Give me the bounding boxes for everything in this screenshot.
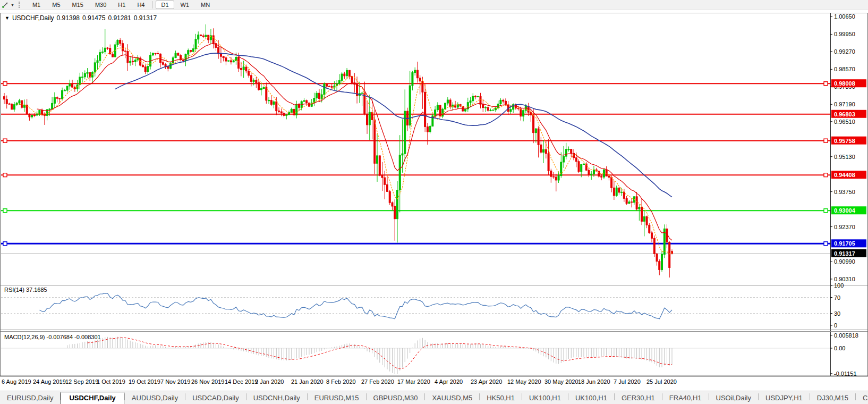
svg-text:18 Jun 2020: 18 Jun 2020: [578, 378, 610, 385]
svg-text:0: 0: [834, 322, 837, 329]
svg-text:21 Jan 2020: 21 Jan 2020: [291, 378, 324, 385]
line-handle[interactable]: [824, 209, 828, 213]
svg-text:0.90990: 0.90990: [834, 258, 855, 265]
svg-text:30: 30: [834, 310, 840, 317]
svg-text:0.98570: 0.98570: [834, 66, 855, 72]
svg-text:0.94408: 0.94408: [834, 172, 855, 178]
tab-uk100-h1[interactable]: UK100,H1: [568, 392, 614, 404]
svg-text:0.95758: 0.95758: [834, 138, 855, 144]
svg-text:0.96510: 0.96510: [834, 119, 855, 125]
panel-borders: [0, 13, 868, 376]
svg-text:100: 100: [834, 282, 844, 289]
svg-text:1.00650: 1.00650: [834, 13, 855, 20]
svg-text:14 Dec 2019: 14 Dec 2019: [225, 378, 258, 385]
svg-text:0.99950: 0.99950: [834, 31, 855, 37]
level-lines[interactable]: [1, 82, 830, 246]
tab-fra40-h1[interactable]: FRA40,H1: [662, 392, 709, 404]
svg-text:0.98008: 0.98008: [834, 80, 855, 87]
chart-tab-bar: EURUSD,DailyUSDCHF,DailyAUDUSD,DailyUSDC…: [0, 391, 868, 404]
mt4-window: ▼ M1M5M15M30H1H4D1W1MN 1.006500.999500.9…: [0, 0, 868, 404]
line-handle[interactable]: [3, 139, 7, 142]
line-handle[interactable]: [824, 139, 828, 142]
line-handle[interactable]: [824, 242, 828, 246]
rsi-panel: [1, 293, 830, 319]
svg-text:0.005818: 0.005818: [834, 332, 858, 339]
svg-text:0.93750: 0.93750: [834, 189, 855, 195]
ohlc-low: 0.91281: [108, 14, 131, 22]
svg-text:0.91317: 0.91317: [834, 250, 855, 257]
chart-tabs: EURUSD,DailyUSDCHF,DailyAUDUSD,DailyUSDC…: [0, 392, 868, 404]
svg-text:19 Oct 2019: 19 Oct 2019: [129, 378, 160, 385]
line-handle[interactable]: [3, 82, 7, 86]
ohlc-open: 0.91398: [57, 14, 80, 22]
macd-indicator-label: MACD(12,26,9) -0.007684 -0.008301: [4, 334, 101, 340]
rsi-axis: 10070300: [830, 282, 844, 329]
tab-eurusd-daily[interactable]: EURUSD,Daily: [0, 392, 60, 404]
macd-axis: 0.0058180.00-0.01151: [830, 332, 858, 377]
tab-china300-h4[interactable]: CHINA300,H4: [856, 392, 868, 404]
svg-text:0.90310: 0.90310: [834, 276, 855, 282]
svg-text:26 Nov 2019: 26 Nov 2019: [191, 378, 224, 385]
svg-text:-0.01151: -0.01151: [834, 371, 857, 377]
line-handle[interactable]: [824, 82, 828, 86]
ohlc-high: 0.91475: [82, 14, 105, 22]
chart-title: ▼ USDCHF,Daily 0.91398 0.91475 0.91281 0…: [5, 14, 157, 22]
svg-text:0.95130: 0.95130: [834, 154, 855, 160]
svg-text:23 Apr 2020: 23 Apr 2020: [471, 378, 502, 385]
tab-usoil-daily[interactable]: USOil,Daily: [709, 392, 758, 404]
tab-dj30-m15[interactable]: DJ30,M15: [810, 392, 855, 404]
date-axis: 6 Aug 201924 Aug 201912 Sep 20191 Oct 20…: [2, 378, 677, 385]
tab-usdchf-daily[interactable]: USDCHF,Daily: [61, 392, 124, 404]
svg-text:0.96803: 0.96803: [834, 111, 855, 117]
svg-text:0.91705: 0.91705: [834, 240, 855, 247]
tab-usdcad-daily[interactable]: USDCAD,Daily: [185, 392, 245, 404]
svg-text:2 Jan 2020: 2 Jan 2020: [255, 378, 284, 385]
tab-eurusd-m15[interactable]: EURUSD,M15: [308, 392, 366, 404]
svg-text:24 Aug 2019: 24 Aug 2019: [33, 378, 66, 385]
tab-ger30-h1[interactable]: GER30,H1: [615, 392, 662, 404]
tab-audusd-daily[interactable]: AUDUSD,Daily: [125, 392, 185, 404]
chart-canvas[interactable]: 1.006500.999500.992700.985700.978900.971…: [0, 0, 868, 404]
tab-uk100-h1[interactable]: UK100,H1: [522, 392, 568, 404]
tab-hk50-h1[interactable]: HK50,H1: [480, 392, 522, 404]
svg-text:0.97190: 0.97190: [834, 101, 855, 107]
svg-text:17 Mar 2020: 17 Mar 2020: [397, 378, 430, 385]
tab-gbpusd-m30[interactable]: GBPUSD,M30: [367, 392, 425, 404]
svg-text:1 Oct 2019: 1 Oct 2019: [97, 378, 125, 385]
svg-text:0.92370: 0.92370: [834, 224, 855, 230]
chart-collapse-icon[interactable]: ▼: [5, 15, 10, 21]
svg-text:12 Sep 2019: 12 Sep 2019: [65, 378, 98, 385]
rsi-line: [39, 293, 672, 319]
rsi-indicator-label: RSI(14) 37.1685: [4, 287, 47, 293]
svg-text:6 Aug 2019: 6 Aug 2019: [2, 378, 31, 385]
svg-text:7 Jul 2020: 7 Jul 2020: [614, 378, 641, 385]
svg-text:0.00: 0.00: [834, 345, 845, 351]
macd-panel: [1, 337, 830, 374]
chart-symbol: USDCHF,Daily: [12, 14, 54, 22]
ma-fast-line: [17, 36, 672, 254]
svg-text:0.93004: 0.93004: [834, 207, 856, 214]
line-handle[interactable]: [3, 173, 7, 177]
svg-text:12 May 2020: 12 May 2020: [507, 378, 541, 385]
svg-text:25 Jul 2020: 25 Jul 2020: [646, 378, 677, 385]
svg-text:7 Nov 2019: 7 Nov 2019: [160, 378, 190, 385]
ohlc-close: 0.91317: [134, 14, 157, 22]
svg-text:4 Apr 2020: 4 Apr 2020: [435, 378, 463, 385]
svg-text:27 Feb 2020: 27 Feb 2020: [361, 378, 394, 385]
svg-text:30 May 2020: 30 May 2020: [544, 378, 578, 385]
candles-layer: [4, 24, 673, 277]
tab-xauusd-m5[interactable]: XAUUSD,M5: [425, 392, 479, 404]
svg-text:8 Feb 2020: 8 Feb 2020: [326, 378, 356, 385]
line-handle[interactable]: [824, 173, 828, 177]
tab-usdjpy-h1[interactable]: USDJPY,H1: [759, 392, 810, 404]
tab-usdcnh-daily[interactable]: USDCNH,Daily: [246, 392, 307, 404]
svg-text:0.99270: 0.99270: [834, 48, 855, 55]
svg-text:70: 70: [834, 294, 840, 301]
line-handle[interactable]: [3, 209, 7, 213]
line-handle[interactable]: [3, 242, 7, 246]
